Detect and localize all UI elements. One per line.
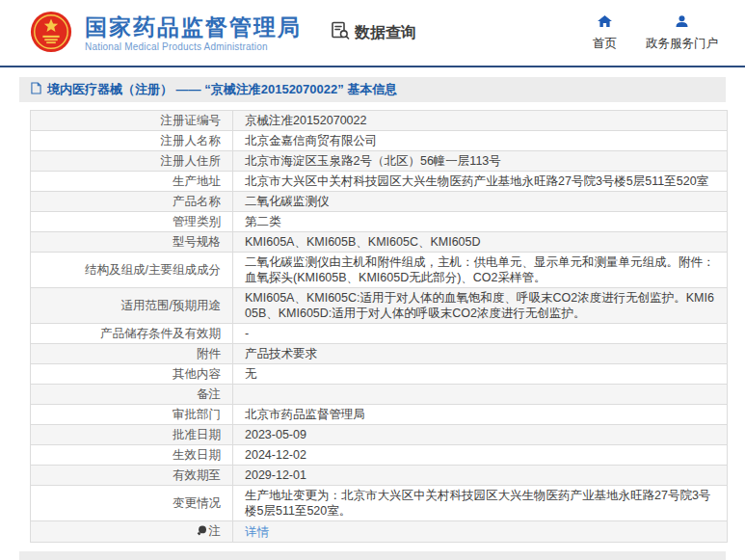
field-label: 型号规格	[31, 232, 233, 253]
field-value: 二氧化碳监测仪	[233, 192, 728, 212]
field-value: 无	[233, 364, 728, 385]
field-value-text: 京械注准20152070022	[245, 114, 366, 127]
field-value: 北京市大兴区中关村科技园区大兴生物医药产业基地永旺路27号院3号楼5层511至5…	[233, 172, 728, 192]
field-label: 有效期至	[31, 466, 233, 486]
field-value: 2029-12-01	[233, 466, 728, 486]
field-value: 产品技术要求	[233, 344, 728, 364]
site-subtitle: National Medical Products Administration	[85, 41, 302, 52]
table-row: 生效日期 2024-12-02	[31, 445, 728, 466]
table-row: 型号规格 KMI605A、KMI605B、KMI605C、KMI605D	[31, 232, 728, 253]
top-nav: 首页 政务服务门户	[593, 14, 718, 52]
field-value: 2023-05-09	[233, 425, 728, 445]
field-value-text: 2023-05-09	[245, 428, 306, 441]
detail-link[interactable]: 详情	[245, 525, 269, 539]
table-row: 注册证编号 京械注准20152070022	[31, 111, 728, 131]
document-icon	[31, 81, 41, 98]
site-title: 国家药品监督管理局	[85, 14, 302, 40]
table-row: 附件 产品技术要求	[31, 344, 728, 364]
field-value: 2024-12-02	[233, 445, 728, 466]
footer-strip	[19, 551, 726, 560]
field-label: 结构及组成/主要组成成分	[31, 253, 233, 288]
bulb-icon	[197, 524, 207, 540]
table-row: 注 详情	[31, 521, 728, 543]
nav-home[interactable]: 首页	[593, 14, 617, 52]
field-value: 生产地址变更为：北京市大兴区中关村科技园区大兴生物医药产业基地永旺路27号院3号…	[233, 486, 728, 521]
field-value: 二氧化碳监测仪由主机和附件组成，主机：供电单元、显示单元和测量单元组成。附件：血…	[233, 253, 728, 288]
user-icon	[675, 14, 689, 32]
table-row: 管理类别 第二类	[31, 212, 728, 232]
field-value: KMI605A、KMI605C:适用于对人体的血氧饱和度、呼吸末CO2浓度进行无…	[233, 288, 728, 324]
table-row: 生产地址 北京市大兴区中关村科技园区大兴生物医药产业基地永旺路27号院3号楼5层…	[31, 172, 728, 192]
field-value-text: 二氧化碳监测仪	[245, 195, 330, 208]
field-value: 详情	[233, 521, 728, 543]
field-value-text: 无	[245, 367, 257, 381]
site-header: 国家药品监督管理局 National Medical Products Admi…	[0, 0, 745, 67]
field-value: 北京金嘉信商贸有限公司	[233, 131, 728, 151]
breadcrumb-text: 境内医疗器械（注册） —— “京械注准20152070022” 基本信息	[47, 81, 397, 98]
table-row: 备注	[31, 385, 728, 405]
table-row: 注册人名称 北京金嘉信商贸有限公司	[31, 131, 728, 151]
field-value-text: 生产地址变更为：北京市大兴区中关村科技园区大兴生物医药产业基地永旺路27号院3号…	[245, 489, 710, 518]
nav-gov-portal[interactable]: 政务服务门户	[646, 14, 718, 52]
table-row: 产品储存条件及有效期 -	[31, 324, 728, 344]
table-row: 注册人住所 北京市海淀区玉泉路2号（北区）56幢一层113号	[31, 151, 728, 172]
field-label: 适用范围/预期用途	[31, 288, 233, 324]
registration-info-table: 注册证编号 京械注准20152070022 注册人名称 北京金嘉信商贸有限公司	[30, 110, 728, 543]
field-value-text: 北京市药品监督管理局	[245, 408, 365, 421]
table-row: 其他内容 无	[31, 364, 728, 385]
field-value-text: 北京市大兴区中关村科技园区大兴生物医药产业基地永旺路27号院3号楼5层511至5…	[245, 174, 708, 188]
field-label: 产品储存条件及有效期	[31, 324, 233, 344]
field-value-text: 2024-12-02	[245, 448, 306, 462]
nav-data-query-label: 数据查询	[355, 23, 416, 43]
table-row: 产品名称 二氧化碳监测仪	[31, 192, 728, 212]
field-label: 备注	[31, 385, 233, 405]
field-label: 批准日期	[31, 425, 233, 445]
field-value-text: KMI605A、KMI605C:适用于对人体的血氧饱和度、呼吸末CO2浓度进行无…	[245, 291, 714, 320]
field-value-text: 北京金嘉信商贸有限公司	[245, 134, 378, 147]
field-value: 北京市药品监督管理局	[233, 405, 728, 425]
field-label: 其他内容	[31, 364, 233, 385]
field-value-text: 第二类	[245, 215, 281, 228]
field-value: 第二类	[233, 212, 728, 232]
national-emblem-logo	[29, 9, 73, 59]
field-label: 变更情况	[31, 486, 233, 521]
field-label: 生产地址	[31, 172, 233, 192]
field-value: 京械注准20152070022	[233, 111, 728, 131]
brand-block: 国家药品监督管理局 National Medical Products Admi…	[85, 14, 302, 52]
field-value-text: 产品技术要求	[245, 347, 317, 360]
field-label: 注册人名称	[31, 131, 233, 151]
table-row: 变更情况 生产地址变更为：北京市大兴区中关村科技园区大兴生物医药产业基地永旺路2…	[31, 486, 728, 521]
nav-gov-portal-label: 政务服务门户	[646, 36, 718, 52]
home-icon	[598, 14, 612, 32]
field-value: KMI605A、KMI605B、KMI605C、KMI605D	[233, 232, 728, 253]
field-value-text: 北京市海淀区玉泉路2号（北区）56幢一层113号	[245, 154, 501, 168]
field-value: 北京市海淀区玉泉路2号（北区）56幢一层113号	[233, 151, 728, 172]
field-value-text: KMI605A、KMI605B、KMI605C、KMI605D	[245, 235, 481, 249]
table-row: 有效期至 2029-12-01	[31, 466, 728, 486]
table-row: 结构及组成/主要组成成分 二氧化碳监测仪由主机和附件组成，主机：供电单元、显示单…	[31, 253, 728, 288]
field-label: 注册人住所	[31, 151, 233, 172]
field-value	[233, 385, 728, 405]
field-label: 附件	[31, 344, 233, 364]
field-label: 注册证编号	[31, 111, 233, 131]
field-value: -	[233, 324, 728, 344]
field-label: 审批部门	[31, 405, 233, 425]
nav-data-query[interactable]: 数据查询	[331, 21, 416, 44]
field-value-text: 2029-12-01	[245, 468, 306, 482]
field-value-text: -	[245, 327, 249, 340]
nav-home-label: 首页	[593, 36, 617, 52]
table-row: 适用范围/预期用途 KMI605A、KMI605C:适用于对人体的血氧饱和度、呼…	[31, 288, 728, 324]
field-label: 管理类别	[31, 212, 233, 232]
field-label: 生效日期	[31, 445, 233, 466]
table-row: 审批部门 北京市药品监督管理局	[31, 405, 728, 425]
breadcrumb: 境内医疗器械（注册） —— “京械注准20152070022” 基本信息	[19, 77, 726, 102]
document-search-icon	[331, 21, 350, 44]
field-label: 产品名称	[31, 192, 233, 212]
field-value-text: 二氧化碳监测仪由主机和附件组成，主机：供电单元、显示单元和测量单元组成。附件：血…	[245, 255, 715, 284]
table-row: 批准日期 2023-05-09	[31, 425, 728, 445]
field-label: 注	[31, 521, 233, 543]
